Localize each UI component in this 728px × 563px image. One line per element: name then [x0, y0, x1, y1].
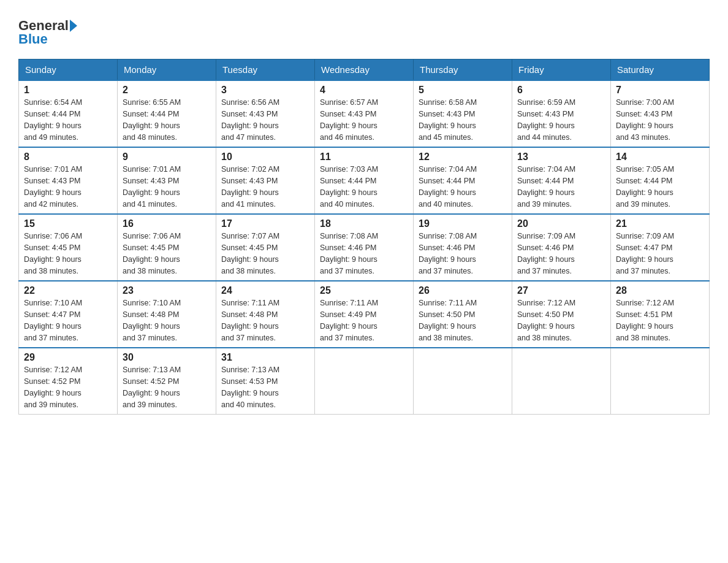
day-info: Sunrise: 7:08 AM Sunset: 4:46 PM Dayligh…: [320, 231, 408, 277]
day-info: Sunrise: 6:59 AM Sunset: 4:43 PM Dayligh…: [517, 97, 605, 143]
calendar-week-row: 22 Sunrise: 7:10 AM Sunset: 4:47 PM Dayl…: [19, 281, 710, 348]
day-info: Sunrise: 7:12 AM Sunset: 4:51 PM Dayligh…: [616, 297, 704, 343]
day-info: Sunrise: 7:09 AM Sunset: 4:46 PM Dayligh…: [517, 231, 605, 277]
day-number: 30: [123, 352, 211, 363]
calendar-cell: 3 Sunrise: 6:56 AM Sunset: 4:43 PM Dayli…: [216, 80, 315, 147]
day-number: 12: [419, 151, 507, 163]
calendar-cell: 29 Sunrise: 7:12 AM Sunset: 4:52 PM Dayl…: [19, 348, 118, 415]
calendar-cell: 9 Sunrise: 7:01 AM Sunset: 4:43 PM Dayli…: [118, 147, 216, 214]
calendar-cell: 10 Sunrise: 7:02 AM Sunset: 4:43 PM Dayl…: [216, 147, 315, 214]
day-number: 7: [616, 85, 704, 96]
day-info: Sunrise: 7:04 AM Sunset: 4:44 PM Dayligh…: [517, 164, 605, 210]
calendar-cell: 22 Sunrise: 7:10 AM Sunset: 4:47 PM Dayl…: [19, 281, 118, 348]
weekday-header-monday: Monday: [118, 59, 216, 81]
weekday-header-sunday: Sunday: [19, 59, 118, 81]
weekday-header-row: SundayMondayTuesdayWednesdayThursdayFrid…: [19, 59, 710, 81]
day-number: 24: [221, 285, 309, 296]
day-info: Sunrise: 7:10 AM Sunset: 4:47 PM Dayligh…: [24, 297, 112, 343]
day-info: Sunrise: 7:07 AM Sunset: 4:45 PM Dayligh…: [221, 231, 309, 277]
day-info: Sunrise: 7:11 AM Sunset: 4:48 PM Dayligh…: [221, 297, 309, 343]
day-number: 8: [24, 151, 112, 163]
calendar-cell: 25 Sunrise: 7:11 AM Sunset: 4:49 PM Dayl…: [315, 281, 414, 348]
calendar-cell: 4 Sunrise: 6:57 AM Sunset: 4:43 PM Dayli…: [315, 80, 414, 147]
calendar-cell: 23 Sunrise: 7:10 AM Sunset: 4:48 PM Dayl…: [118, 281, 216, 348]
calendar-cell: 26 Sunrise: 7:11 AM Sunset: 4:50 PM Dayl…: [414, 281, 512, 348]
day-info: Sunrise: 7:00 AM Sunset: 4:43 PM Dayligh…: [616, 97, 704, 143]
day-info: Sunrise: 7:06 AM Sunset: 4:45 PM Dayligh…: [24, 231, 112, 277]
calendar-cell: 11 Sunrise: 7:03 AM Sunset: 4:44 PM Dayl…: [315, 147, 414, 214]
day-info: Sunrise: 7:03 AM Sunset: 4:44 PM Dayligh…: [320, 164, 408, 210]
day-number: 16: [123, 218, 211, 229]
calendar-week-row: 15 Sunrise: 7:06 AM Sunset: 4:45 PM Dayl…: [19, 214, 710, 281]
day-info: Sunrise: 7:11 AM Sunset: 4:49 PM Dayligh…: [320, 297, 408, 343]
day-info: Sunrise: 7:10 AM Sunset: 4:48 PM Dayligh…: [123, 297, 211, 343]
day-number: 25: [320, 285, 408, 296]
calendar-cell: [512, 348, 611, 415]
day-number: 5: [419, 85, 507, 96]
day-info: Sunrise: 6:55 AM Sunset: 4:44 PM Dayligh…: [123, 97, 211, 143]
calendar-cell: 13 Sunrise: 7:04 AM Sunset: 4:44 PM Dayl…: [512, 147, 611, 214]
day-info: Sunrise: 7:02 AM Sunset: 4:43 PM Dayligh…: [221, 164, 309, 210]
weekday-header-saturday: Saturday: [611, 59, 710, 81]
calendar-cell: [414, 348, 512, 415]
calendar-cell: 27 Sunrise: 7:12 AM Sunset: 4:50 PM Dayl…: [512, 281, 611, 348]
calendar-cell: 30 Sunrise: 7:13 AM Sunset: 4:52 PM Dayl…: [118, 348, 216, 415]
weekday-header-tuesday: Tuesday: [216, 59, 315, 81]
day-number: 3: [221, 85, 309, 96]
calendar-week-row: 29 Sunrise: 7:12 AM Sunset: 4:52 PM Dayl…: [19, 348, 710, 415]
day-number: 4: [320, 85, 408, 96]
calendar-cell: 14 Sunrise: 7:05 AM Sunset: 4:44 PM Dayl…: [611, 147, 710, 214]
day-number: 27: [517, 285, 605, 296]
day-number: 9: [123, 151, 211, 163]
day-number: 1: [24, 85, 112, 96]
calendar-cell: 1 Sunrise: 6:54 AM Sunset: 4:44 PM Dayli…: [19, 80, 118, 147]
weekday-header-wednesday: Wednesday: [315, 59, 414, 81]
calendar-table: SundayMondayTuesdayWednesdayThursdayFrid…: [18, 59, 710, 415]
calendar-cell: 20 Sunrise: 7:09 AM Sunset: 4:46 PM Dayl…: [512, 214, 611, 281]
calendar-week-row: 8 Sunrise: 7:01 AM Sunset: 4:43 PM Dayli…: [19, 147, 710, 214]
calendar-cell: 21 Sunrise: 7:09 AM Sunset: 4:47 PM Dayl…: [611, 214, 710, 281]
logo-arrow-icon: [70, 20, 77, 32]
calendar-cell: 16 Sunrise: 7:06 AM Sunset: 4:45 PM Dayl…: [118, 214, 216, 281]
day-info: Sunrise: 7:12 AM Sunset: 4:50 PM Dayligh…: [517, 297, 605, 343]
weekday-header-friday: Friday: [512, 59, 611, 81]
calendar-week-row: 1 Sunrise: 6:54 AM Sunset: 4:44 PM Dayli…: [19, 80, 710, 147]
day-number: 18: [320, 218, 408, 229]
day-info: Sunrise: 7:01 AM Sunset: 4:43 PM Dayligh…: [24, 164, 112, 210]
day-info: Sunrise: 7:12 AM Sunset: 4:52 PM Dayligh…: [24, 364, 112, 410]
calendar-cell: 31 Sunrise: 7:13 AM Sunset: 4:53 PM Dayl…: [216, 348, 315, 415]
day-info: Sunrise: 7:13 AM Sunset: 4:53 PM Dayligh…: [221, 364, 309, 410]
day-info: Sunrise: 7:08 AM Sunset: 4:46 PM Dayligh…: [419, 231, 507, 277]
logo: General Blue: [18, 18, 77, 47]
calendar-cell: 19 Sunrise: 7:08 AM Sunset: 4:46 PM Dayl…: [414, 214, 512, 281]
day-info: Sunrise: 6:57 AM Sunset: 4:43 PM Dayligh…: [320, 97, 408, 143]
day-number: 19: [419, 218, 507, 229]
calendar-cell: 24 Sunrise: 7:11 AM Sunset: 4:48 PM Dayl…: [216, 281, 315, 348]
day-number: 6: [517, 85, 605, 96]
day-number: 28: [616, 285, 704, 296]
day-info: Sunrise: 7:04 AM Sunset: 4:44 PM Dayligh…: [419, 164, 507, 210]
day-number: 11: [320, 151, 408, 163]
day-info: Sunrise: 7:01 AM Sunset: 4:43 PM Dayligh…: [123, 164, 211, 210]
calendar-cell: 8 Sunrise: 7:01 AM Sunset: 4:43 PM Dayli…: [19, 147, 118, 214]
day-number: 13: [517, 151, 605, 163]
calendar-cell: 15 Sunrise: 7:06 AM Sunset: 4:45 PM Dayl…: [19, 214, 118, 281]
day-info: Sunrise: 6:58 AM Sunset: 4:43 PM Dayligh…: [419, 97, 507, 143]
day-info: Sunrise: 7:13 AM Sunset: 4:52 PM Dayligh…: [123, 364, 211, 410]
day-info: Sunrise: 7:11 AM Sunset: 4:50 PM Dayligh…: [419, 297, 507, 343]
page-header: General Blue: [18, 12, 710, 47]
day-number: 21: [616, 218, 704, 229]
calendar-cell: 6 Sunrise: 6:59 AM Sunset: 4:43 PM Dayli…: [512, 80, 611, 147]
calendar-cell: 12 Sunrise: 7:04 AM Sunset: 4:44 PM Dayl…: [414, 147, 512, 214]
day-number: 23: [123, 285, 211, 296]
calendar-cell: 18 Sunrise: 7:08 AM Sunset: 4:46 PM Dayl…: [315, 214, 414, 281]
day-number: 22: [24, 285, 112, 296]
calendar-cell: 5 Sunrise: 6:58 AM Sunset: 4:43 PM Dayli…: [414, 80, 512, 147]
day-number: 2: [123, 85, 211, 96]
calendar-cell: 2 Sunrise: 6:55 AM Sunset: 4:44 PM Dayli…: [118, 80, 216, 147]
day-info: Sunrise: 6:54 AM Sunset: 4:44 PM Dayligh…: [24, 97, 112, 143]
calendar-cell: 17 Sunrise: 7:07 AM Sunset: 4:45 PM Dayl…: [216, 214, 315, 281]
day-number: 17: [221, 218, 309, 229]
calendar-cell: 28 Sunrise: 7:12 AM Sunset: 4:51 PM Dayl…: [611, 281, 710, 348]
day-number: 29: [24, 352, 112, 363]
